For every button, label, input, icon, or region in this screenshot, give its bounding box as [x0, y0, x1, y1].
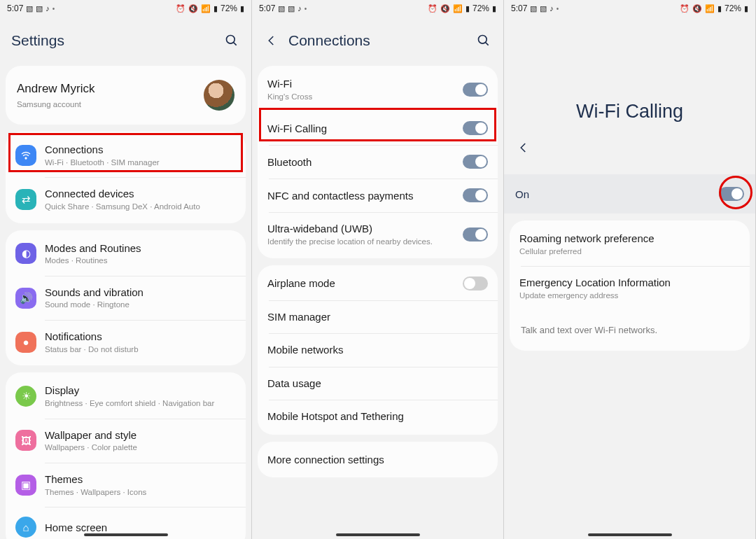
- search-button[interactable]: [475, 32, 492, 49]
- row-hotspot[interactable]: Mobile Hotspot and Tethering: [258, 400, 498, 433]
- row-wallpaper[interactable]: 🖼 Wallpaper and style Wallpapers · Color…: [6, 419, 246, 463]
- profile-card[interactable]: Andrew Myrick Samsung account: [6, 66, 246, 125]
- wifi-toggle[interactable]: [463, 83, 488, 97]
- picture-icon: ▧: [278, 5, 285, 13]
- chevron-left-icon: [517, 141, 530, 154]
- footer-note: Talk and text over Wi-Fi networks.: [510, 311, 750, 349]
- bluetooth-toggle[interactable]: [463, 155, 488, 169]
- wifi-icon: 📶: [453, 5, 463, 13]
- row-title: Data usage: [267, 377, 488, 391]
- row-bluetooth[interactable]: Bluetooth: [258, 145, 498, 178]
- uwb-toggle[interactable]: [463, 227, 488, 241]
- airplane-toggle[interactable]: [463, 276, 488, 290]
- row-title: Bluetooth: [267, 155, 454, 169]
- row-title: Themes: [45, 472, 236, 486]
- row-wifi[interactable]: Wi-Fi King's Cross: [258, 67, 498, 111]
- back-button[interactable]: [515, 139, 532, 156]
- mute-icon: 🔇: [188, 5, 198, 13]
- group-options: Roaming network preference Cellular pref…: [510, 220, 750, 351]
- alarm-icon: ⏰: [176, 5, 186, 13]
- signal-icon: ▮: [465, 5, 470, 13]
- search-button[interactable]: [223, 32, 240, 49]
- row-sub: Themes · Wallpapers · Icons: [45, 488, 236, 498]
- gesture-handle[interactable]: [336, 533, 420, 536]
- battery-icon: ▮: [744, 5, 748, 13]
- battery-percent: 72%: [472, 4, 489, 13]
- battery-percent: 72%: [220, 4, 237, 13]
- row-sounds[interactable]: 🔊 Sounds and vibration Sound mode · Ring…: [6, 276, 246, 320]
- row-title: Ultra-wideband (UWB): [267, 222, 454, 236]
- row-title: Mobile Hotspot and Tethering: [267, 410, 488, 424]
- modes-icon: ◐: [15, 243, 36, 264]
- wifi-icon: [15, 145, 36, 166]
- row-title: Mobile networks: [267, 343, 488, 357]
- svg-line-4: [486, 43, 489, 46]
- row-title: Home screen: [45, 521, 236, 535]
- themes-icon: ▣: [15, 475, 36, 496]
- mute-icon: 🔇: [692, 5, 702, 13]
- search-icon: [477, 34, 491, 48]
- on-label: On: [515, 188, 719, 200]
- page-title: Settings: [11, 32, 215, 49]
- group-display: ☀ Display Brightness · Eye comfort shiel…: [6, 372, 246, 539]
- row-roaming-pref[interactable]: Roaming network preference Cellular pref…: [510, 222, 750, 266]
- avatar[interactable]: [204, 80, 234, 111]
- page-title: Connections: [288, 32, 467, 49]
- row-connections[interactable]: Connections Wi-Fi · Bluetooth · SIM mana…: [6, 133, 246, 177]
- row-title: Connected devices: [45, 187, 236, 201]
- row-sim[interactable]: SIM manager: [258, 300, 498, 334]
- page-title: Wi-Fi Calling: [504, 101, 755, 122]
- devices-icon: ⇄: [15, 189, 36, 210]
- nfc-toggle[interactable]: [463, 188, 488, 202]
- row-connected-devices[interactable]: ⇄ Connected devices Quick Share · Samsun…: [6, 177, 246, 221]
- clock: 5:07: [7, 4, 23, 13]
- battery-icon: ▮: [240, 5, 244, 13]
- back-button[interactable]: [263, 32, 280, 49]
- profile-sub: Samsung account: [17, 100, 204, 108]
- row-title: SIM manager: [267, 310, 488, 324]
- row-title: Emergency Location Information: [519, 276, 740, 290]
- row-title: Wi-Fi Calling: [267, 122, 454, 136]
- more-icon: •: [52, 5, 55, 13]
- wifi-icon: 📶: [705, 5, 715, 13]
- display-icon: ☀: [15, 386, 36, 407]
- picture-icon: ▧: [530, 5, 537, 13]
- row-uwb[interactable]: Ultra-wideband (UWB) Identify the precis…: [258, 212, 498, 256]
- row-more-settings[interactable]: More connection settings: [258, 443, 498, 477]
- status-bar: 5:07 ▧ ▧ ♪ • ⏰ 🔇 📶 ▮ 72% ▮: [504, 0, 755, 17]
- gesture-handle[interactable]: [588, 533, 672, 536]
- row-title: Wi-Fi: [267, 77, 454, 91]
- wifi-calling-master-toggle[interactable]: [719, 187, 744, 201]
- row-notifications[interactable]: ● Notifications Status bar · Do not dist…: [6, 320, 246, 364]
- row-title: Sounds and vibration: [45, 286, 236, 300]
- row-title: Airplane mode: [267, 276, 454, 290]
- row-airplane[interactable]: Airplane mode: [258, 267, 498, 300]
- row-wifi-calling[interactable]: Wi-Fi Calling: [258, 111, 498, 145]
- row-modes[interactable]: ◐ Modes and Routines Modes · Routines: [6, 232, 246, 276]
- gesture-handle[interactable]: [84, 533, 168, 536]
- row-display[interactable]: ☀ Display Brightness · Eye comfort shiel…: [6, 374, 246, 418]
- profile-name: Andrew Myrick: [17, 82, 204, 96]
- group-network: Airplane mode SIM manager Mobile network…: [258, 265, 498, 435]
- row-sub: Quick Share · Samsung DeX · Android Auto: [45, 202, 236, 212]
- row-mobile-networks[interactable]: Mobile networks: [258, 333, 498, 367]
- header: Settings: [0, 17, 251, 59]
- picture-icon: ▧: [36, 5, 43, 13]
- group-more: More connection settings: [258, 442, 498, 478]
- svg-line-1: [234, 43, 237, 46]
- more-icon: •: [556, 5, 559, 13]
- row-sub: Cellular preferred: [519, 247, 740, 257]
- wifi-calling-toggle[interactable]: [463, 121, 488, 135]
- row-data-usage[interactable]: Data usage: [258, 367, 498, 400]
- battery-icon: ▮: [492, 5, 496, 13]
- signal-icon: ▮: [718, 5, 722, 13]
- on-section: On: [504, 174, 755, 214]
- header: Connections: [252, 17, 503, 59]
- row-emergency-location[interactable]: Emergency Location Information Update em…: [510, 266, 750, 310]
- picture-icon: ▧: [288, 5, 295, 13]
- group-connections: Connections Wi-Fi · Bluetooth · SIM mana…: [6, 132, 246, 223]
- sound-icon: 🔊: [15, 288, 36, 309]
- row-themes[interactable]: ▣ Themes Themes · Wallpapers · Icons: [6, 463, 246, 507]
- row-nfc[interactable]: NFC and contactless payments: [258, 178, 498, 212]
- row-sub: King's Cross: [267, 92, 454, 102]
